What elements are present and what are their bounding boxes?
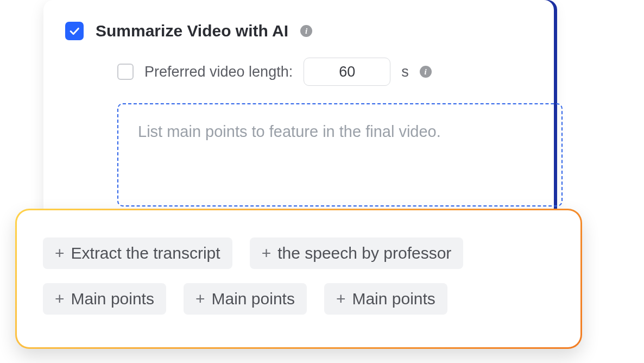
plus-icon: + bbox=[55, 291, 65, 307]
summarize-title: Summarize Video with AI bbox=[96, 22, 288, 40]
summarize-checkbox[interactable] bbox=[65, 22, 84, 40]
length-unit: s bbox=[401, 64, 409, 80]
suggestion-chip[interactable]: + the speech by professor bbox=[250, 237, 464, 269]
suggestion-label: the speech by professor bbox=[277, 244, 451, 262]
settings-panel: Summarize Video with AI i Preferred vide… bbox=[43, 0, 554, 217]
summarize-row: Summarize Video with AI i bbox=[65, 22, 532, 40]
check-icon bbox=[68, 25, 80, 37]
suggestion-chip[interactable]: + Main points bbox=[184, 283, 307, 315]
suggestions-panel: + Extract the transcript + the speech by… bbox=[15, 209, 582, 349]
length-checkbox[interactable] bbox=[117, 64, 134, 80]
prompt-placeholder: List main points to feature in the final… bbox=[138, 123, 542, 141]
suggestion-chip[interactable]: + Extract the transcript bbox=[43, 237, 232, 269]
plus-icon: + bbox=[55, 245, 65, 261]
suggestion-label: Main points bbox=[211, 290, 294, 308]
plus-icon: + bbox=[195, 291, 205, 307]
info-icon[interactable]: i bbox=[300, 25, 312, 37]
length-label: Preferred video length: bbox=[144, 64, 293, 80]
prompt-textarea[interactable]: List main points to feature in the final… bbox=[117, 103, 563, 206]
suggestion-chip[interactable]: + Main points bbox=[324, 283, 447, 315]
length-input[interactable] bbox=[304, 58, 390, 86]
suggestion-chip[interactable]: + Main points bbox=[43, 283, 166, 315]
suggestion-label: Main points bbox=[71, 290, 154, 308]
suggestions-list: + Extract the transcript + the speech by… bbox=[43, 237, 554, 315]
plus-icon: + bbox=[336, 291, 346, 307]
plus-icon: + bbox=[262, 245, 272, 261]
length-row: Preferred video length: s i bbox=[117, 58, 532, 86]
suggestion-label: Extract the transcript bbox=[71, 244, 220, 262]
info-icon[interactable]: i bbox=[420, 66, 432, 78]
suggestion-label: Main points bbox=[352, 290, 435, 308]
